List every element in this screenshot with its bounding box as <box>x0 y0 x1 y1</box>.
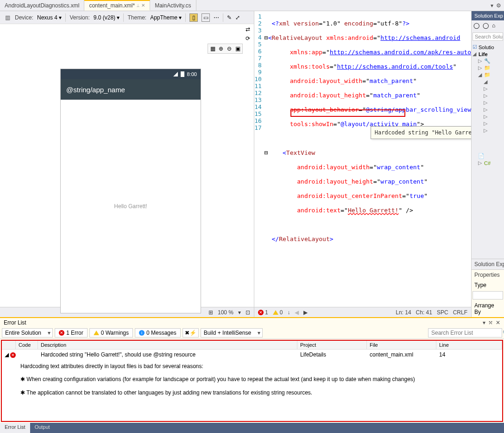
nav-left-icon[interactable]: ◀ <box>295 309 299 316</box>
fit-screen-icon[interactable]: ⊡ <box>246 309 250 316</box>
solution-tree[interactable]: ☑ Solutio ◢Life ▷🔧 ▷📁 ◢📁 ◢ ▷ ▷ ▷ ▷ ▷ ▷ ▷… <box>472 42 504 259</box>
grid-icon[interactable]: ▦ <box>209 45 216 52</box>
home-icon[interactable]: ⌂ <box>492 22 499 30</box>
zoom-dropdown-icon[interactable]: ▾ <box>238 309 241 316</box>
more-icon[interactable]: ⋯ <box>214 14 219 21</box>
error-icon: ✕ <box>10 352 16 358</box>
arrange-label: Arrange By <box>472 300 504 317</box>
theme-dropdown[interactable]: AppTheme ▾ <box>150 14 182 21</box>
error-list-title: Error List <box>4 319 26 326</box>
tab-androidlayoutdiagnostics[interactable]: AndroidLayoutDiagnostics.xml <box>0 0 84 11</box>
search-solution-input[interactable]: Search Solu <box>472 32 503 41</box>
line-gutter: 1234567891011121314151617 <box>254 11 265 307</box>
col-indicator: Ch: 41 <box>416 309 432 316</box>
pin-icon[interactable]: ⟂ <box>137 3 139 8</box>
panel-dropdown-icon[interactable]: ▾ <box>483 319 485 326</box>
source-dropdown[interactable]: Build + IntelliSense <box>201 328 263 337</box>
nav-right-icon[interactable]: ▶ <box>303 309 308 316</box>
back-icon[interactable]: ◯ <box>473 22 481 30</box>
error-table-header: Code Description Project File Line <box>2 341 502 350</box>
theme-label: Theme: <box>127 14 146 21</box>
nav-down-icon[interactable]: ↓ <box>287 309 290 316</box>
brush-icon[interactable]: ✎ <box>227 14 232 21</box>
zoom-out-icon[interactable]: ⊖ <box>226 45 233 52</box>
tab-output[interactable]: Output <box>30 423 55 433</box>
solution-explorer-tab[interactable]: Solution Exp <box>472 259 504 269</box>
zoom-in-icon[interactable]: ⊕ <box>217 45 225 52</box>
properties-title: Properties <box>472 270 504 280</box>
type-input[interactable] <box>472 291 503 299</box>
panel-icon[interactable]: ▥ <box>4 14 11 21</box>
clear-filter-button[interactable]: ✖⚡ <box>183 328 199 337</box>
designer-toolbar: ▥ Device: Nexus 4 ▾ Version: 9.0 (v28) ▾… <box>0 11 254 24</box>
type-label: Type <box>472 280 504 290</box>
phone-statusbar: 8:00 <box>61 69 201 79</box>
warning-icon <box>273 310 278 315</box>
error-list-panel: Error List ▾ ⤲ ✕ Entire Solution ✕1 Erro… <box>0 317 504 423</box>
wifi-icon <box>173 72 178 76</box>
line-indicator: Ln: 14 <box>396 309 411 316</box>
errors-filter-button[interactable]: ✕1 Error <box>55 328 88 337</box>
swap-icon[interactable]: ⇄ <box>246 26 250 32</box>
tab-error-list[interactable]: Error List <box>0 423 30 433</box>
error-row[interactable]: ◢ ✕ Hardcoded string "Hello Garrett!", s… <box>2 350 502 360</box>
version-dropdown[interactable]: 9.0 (v28) ▾ <box>94 14 120 21</box>
forward-icon[interactable]: ◯ <box>483 22 490 30</box>
search-errorlist-input[interactable]: 🔍▾ <box>428 328 502 337</box>
gear-icon[interactable]: ⚙ <box>496 2 501 9</box>
phone-appbar: @string/app_name <box>61 79 201 100</box>
solution-explorer-title: Solution Exp <box>472 11 504 20</box>
expand-status-icon[interactable]: ⊞ <box>208 309 213 316</box>
device-dropdown[interactable]: Nexus 4 ▾ <box>37 14 62 21</box>
close-icon[interactable]: ✕ <box>496 319 500 326</box>
battery-icon <box>181 71 184 77</box>
dropdown-icon[interactable]: ▾ <box>491 2 493 9</box>
sync-icon[interactable]: ⟳ <box>246 35 250 42</box>
error-tooltip: Hardcoded string "Hello Garrett!", shoul… <box>371 126 471 139</box>
messages-filter-button[interactable]: i0 Messages <box>135 328 181 337</box>
scope-dropdown[interactable]: Entire Solution <box>2 328 53 337</box>
device-label: Device: <box>15 14 33 21</box>
version-label: Version: <box>69 14 89 21</box>
zoom-level[interactable]: 100 % <box>218 309 233 316</box>
bottom-tabs: Error List Output <box>0 423 504 433</box>
error-icon: ✕ <box>258 310 264 315</box>
expand-icon[interactable]: ⤢ <box>235 14 240 21</box>
phone-time: 8:00 <box>187 71 197 77</box>
code-editor[interactable]: 1234567891011121314151617 <?xml version=… <box>254 11 471 307</box>
lineending-indicator[interactable]: CRLF <box>453 309 467 316</box>
portrait-icon[interactable]: ▯ <box>189 13 198 22</box>
tab-mainactivity[interactable]: MainActivity.cs <box>150 0 196 11</box>
warnings-filter-button[interactable]: 0 Warnings <box>89 328 133 337</box>
editor-statusbar: ✕ 1 0 ↓ ◀ ▶ Ln: 14 Ch: 41 SPC CRLF <box>254 307 471 317</box>
designer-canvas[interactable]: ⇄ ⟳ ▦ ⊕ ⊖ ▣ 8:00 @string/app_name H <box>0 24 254 307</box>
close-icon[interactable]: ✕ <box>141 3 145 8</box>
document-tabs: AndroidLayoutDiagnostics.xml content_mai… <box>0 0 504 11</box>
fit-icon[interactable]: ▣ <box>234 45 241 52</box>
tab-content-main[interactable]: content_main.xml* ⟂ ✕ <box>84 0 150 11</box>
landscape-icon[interactable]: ▭ <box>202 13 210 22</box>
spacing-indicator[interactable]: SPC <box>437 309 448 316</box>
pin-icon[interactable]: ⤲ <box>488 319 493 326</box>
error-highlight <box>290 109 405 117</box>
phone-body: Hello Garrett! <box>61 100 201 313</box>
error-detail: Hardcoding text attributes directly in l… <box>2 360 502 399</box>
canvas-tools: ▦ ⊕ ⊖ ▣ <box>208 44 243 54</box>
device-preview[interactable]: 8:00 @string/app_name Hello Garrett! <box>60 69 201 313</box>
